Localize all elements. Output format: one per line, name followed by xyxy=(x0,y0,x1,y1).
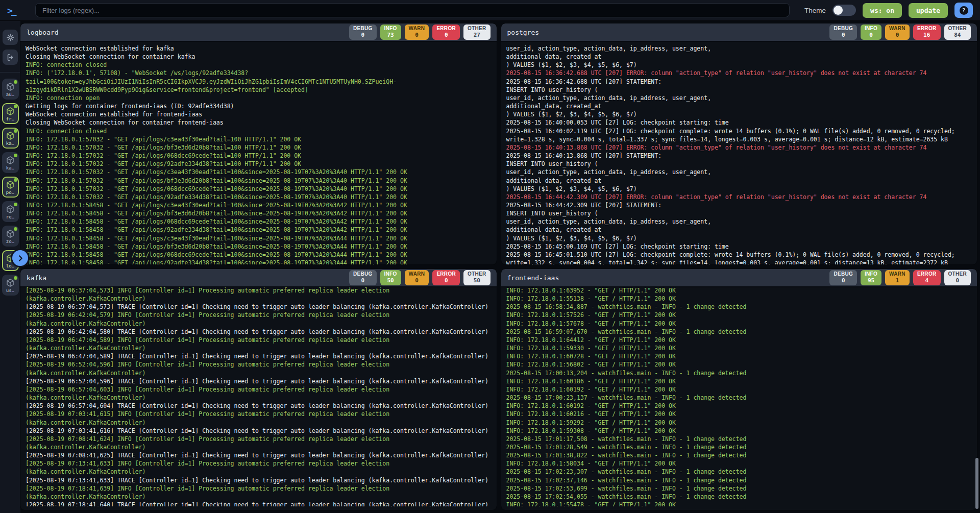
badge-debug[interactable]: DEBUG0 xyxy=(349,270,377,285)
log-line: user_id, action_type, action_data, ip_ad… xyxy=(506,44,972,53)
log-line: ) VALUES ($1, $2, $3, $4, $5, $6, $7) xyxy=(506,110,972,118)
log-content-frontend-iaas[interactable]: INFO: 172.18.0.1:63952 - "GET / HTTP/1.1… xyxy=(501,284,977,506)
log-line: 2025-08-15 16:36:42.688 UTC [207] STATEM… xyxy=(506,78,972,86)
badge-count: 1 xyxy=(889,277,905,284)
logout-button[interactable] xyxy=(3,50,18,65)
settings-button[interactable] xyxy=(3,30,18,45)
log-line: (kafka.controller.KafkaController) xyxy=(26,443,492,451)
log-line: additional_data, created_at xyxy=(506,53,972,61)
container-cube-icon xyxy=(6,131,15,140)
log-line: INFO: 172.18.0.1:58458 - "GET /api/logs/… xyxy=(26,234,492,242)
log-line: INFO: 172.18.0.1:63952 - "GET / HTTP/1.1… xyxy=(506,286,972,295)
log-line: write=1.328 s, sync=0.004 s, total=1.337… xyxy=(506,135,972,143)
log-line: INFO: 172.18.0.1:60192 - "GET / HTTP/1.1… xyxy=(506,385,972,394)
help-button[interactable]: ? xyxy=(954,3,973,18)
badge-label: ERROR xyxy=(436,271,456,277)
online-dot xyxy=(14,203,17,206)
sidebar-item-container-zo[interactable]: zo… xyxy=(2,226,19,247)
panels-grid: logboard DEBUG0INFO73WARN0ERROR0OTHER27 … xyxy=(20,21,980,513)
log-line: 2025-08-15 17:01:28,549 - watchfiles.mai… xyxy=(506,443,972,451)
terminal-logo-icon: >_ xyxy=(7,5,28,16)
log-line: 2025-08-15 16:44:42.309 UTC [207] STATEM… xyxy=(506,201,972,209)
log-line: [2025-08-19 06:37:04,573] TRACE [Control… xyxy=(26,303,492,311)
badge-warn[interactable]: WARN0 xyxy=(885,25,910,40)
sidebar-item-container-kafka[interactable]: ka… xyxy=(2,128,19,149)
panel-header: logboard DEBUG0INFO73WARN0ERROR0OTHER27 xyxy=(20,23,497,42)
log-line: [2025-08-19 07:13:41,633] TRACE [Control… xyxy=(26,476,492,484)
badge-info[interactable]: INFO0 xyxy=(861,25,881,40)
log-content-postgres[interactable]: user_id, action_type, action_data, ip_ad… xyxy=(501,42,977,264)
sidebar-item-container-postgres[interactable]: po… xyxy=(2,177,19,198)
update-button[interactable]: update xyxy=(909,3,948,18)
sidebar-item-container-frontend[interactable]: fr… xyxy=(2,103,19,124)
badge-error[interactable]: ERROR16 xyxy=(913,25,941,40)
log-line: user_id, action_type, action_data, ip_ad… xyxy=(506,217,972,226)
chevron-right-icon xyxy=(16,254,24,262)
online-dot xyxy=(14,178,17,182)
log-line: WebSocket connection established for fro… xyxy=(26,110,492,118)
badge-info[interactable]: INFO73 xyxy=(380,25,401,40)
badge-warn[interactable]: WARN0 xyxy=(405,25,429,40)
container-cube-icon xyxy=(6,278,15,287)
container-cube-icon xyxy=(6,156,15,165)
top-bar: >_ Theme ws: on update ? xyxy=(0,0,980,21)
sidebar-item-container-au[interactable]: au… xyxy=(2,79,19,100)
badge-info[interactable]: INFO95 xyxy=(861,270,881,285)
log-line: 2025-08-15 17:00:23,137 - watchfiles.mai… xyxy=(506,394,972,402)
log-content-kafka[interactable]: [2025-08-19 06:37:04,573] INFO [Controll… xyxy=(20,284,497,506)
badge-label: WARN xyxy=(409,271,425,277)
badge-label: INFO xyxy=(865,271,877,277)
badge-label: ERROR xyxy=(917,271,937,277)
badge-warn[interactable]: WARN0 xyxy=(405,270,429,285)
log-line: INSERT INTO user_history ( xyxy=(506,160,972,168)
panel-postgres: postgres DEBUG0INFO0WARN0ERROR16OTHER84 … xyxy=(501,23,977,264)
log-line: [2025-08-19 06:37:04,573] INFO [Controll… xyxy=(26,286,492,295)
theme-toggle[interactable] xyxy=(832,5,856,16)
log-line: INFO: 172.18.0.1:58458 - "GET /api/logs/… xyxy=(26,242,492,251)
log-line: [2025-08-19 07:18:41,640] TRACE [Control… xyxy=(26,501,492,506)
badge-debug[interactable]: DEBUG0 xyxy=(349,25,377,40)
sidebar-item-container-kafka2[interactable]: ka… xyxy=(2,152,19,173)
log-line: INFO: 172.18.0.1:56802 - "GET / HTTP/1.1… xyxy=(506,360,972,369)
badge-warn[interactable]: WARN1 xyxy=(885,270,910,285)
websocket-status-button[interactable]: ws: on xyxy=(863,3,902,18)
badge-other[interactable]: OTHER84 xyxy=(944,25,971,40)
log-line: INFO: 172.18.0.1:64412 - "GET / HTTP/1.1… xyxy=(506,336,972,344)
filter-input[interactable] xyxy=(35,3,790,17)
badge-count: 0 xyxy=(436,32,456,38)
badge-debug[interactable]: DEBUG0 xyxy=(829,25,857,40)
badge-other[interactable]: OTHER0 xyxy=(944,270,971,285)
sidebar-expand-button[interactable] xyxy=(11,249,30,267)
sidebar-item-container-us[interactable]: us… xyxy=(2,275,19,296)
badge-error[interactable]: ERROR0 xyxy=(432,270,460,285)
log-line: INFO: 172.18.0.1:60216 - "GET / HTTP/1.1… xyxy=(506,410,972,418)
badge-label: WARN xyxy=(409,26,425,31)
log-line: 2025-08-15 17:01:17,508 - watchfiles.mai… xyxy=(506,435,972,443)
badge-count: 4 xyxy=(917,277,937,284)
log-line: [2025-08-19 06:57:04,603] INFO [Controll… xyxy=(26,385,492,394)
log-content-logboard[interactable]: WebSocket connection established for kaf… xyxy=(20,42,497,264)
log-line: 2025-08-15 17:00:13,204 - watchfiles.mai… xyxy=(506,369,972,377)
sidebar-item-label: ka… xyxy=(6,165,14,170)
log-line: (kafka.controller.KafkaController) xyxy=(26,419,492,427)
panel-title: kafka xyxy=(27,274,46,282)
badge-label: INFO xyxy=(384,26,397,31)
badge-label: OTHER xyxy=(468,271,486,277)
level-badges: DEBUG0INFO50WARN0ERROR0OTHER50 xyxy=(349,270,491,285)
badge-count: 73 xyxy=(384,32,397,38)
badge-error[interactable]: ERROR0 xyxy=(432,25,460,40)
badge-debug[interactable]: DEBUG0 xyxy=(829,270,857,285)
log-line: INFO: 172.18.0.1:59292 - "GET / HTTP/1.1… xyxy=(506,419,972,427)
badge-other[interactable]: OTHER27 xyxy=(463,25,491,40)
badge-info[interactable]: INFO50 xyxy=(380,270,401,285)
log-line: [2025-08-19 06:52:04,596] TRACE [Control… xyxy=(26,377,492,385)
badge-count: 0 xyxy=(948,277,967,284)
badge-error[interactable]: ERROR4 xyxy=(913,270,941,285)
log-line: INFO: 172.18.0.1:58458 - "GET /api/logs/… xyxy=(26,217,492,226)
sidebar-item-container-re[interactable]: re… xyxy=(2,201,19,222)
badge-label: WARN xyxy=(889,26,905,31)
badge-label: ERROR xyxy=(436,26,456,31)
badge-other[interactable]: OTHER50 xyxy=(463,270,491,285)
sidebar-item-label: au… xyxy=(6,92,14,97)
sidebar-divider xyxy=(0,72,20,72)
